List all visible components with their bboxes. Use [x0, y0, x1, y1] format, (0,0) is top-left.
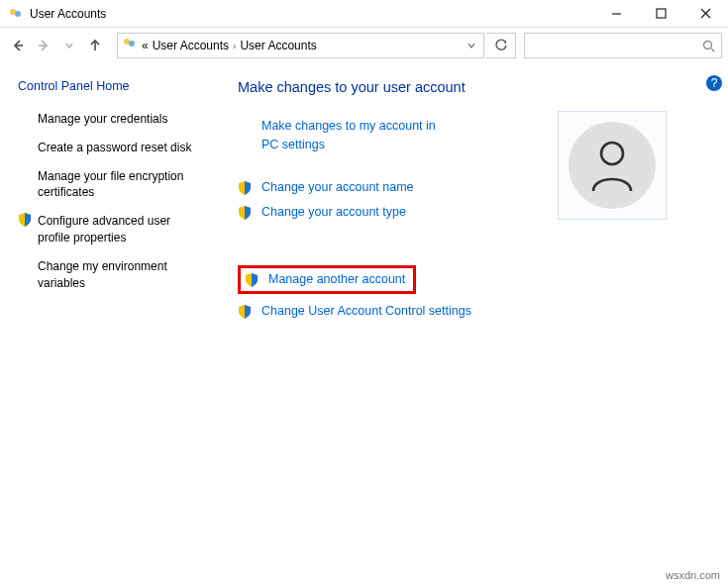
maximize-button[interactable] [639, 0, 683, 27]
svg-point-13 [601, 143, 623, 164]
watermark: wsxdn.com [666, 569, 720, 581]
main-panel: Make changes to your user account Make c… [210, 79, 716, 319]
refresh-button[interactable] [486, 33, 516, 58]
chevron-right-icon: › [233, 41, 236, 51]
shield-icon [238, 205, 252, 220]
recent-dropdown[interactable] [57, 34, 81, 57]
shield-icon [238, 304, 252, 319]
shield-icon [238, 180, 252, 195]
forward-button[interactable] [32, 34, 55, 57]
breadcrumb-1[interactable]: User Accounts [153, 39, 229, 52]
title-bar: User Accounts [0, 0, 728, 28]
address-dropdown[interactable] [464, 37, 479, 54]
breadcrumb-prefix: « [142, 39, 149, 52]
link-change-type[interactable]: Change your account type [238, 205, 406, 220]
sidebar-file-encryption[interactable]: Manage your file encryption certificates [18, 168, 194, 202]
highlight-box: Manage another account [238, 265, 416, 294]
link-label: Manage another account [268, 272, 405, 286]
user-picture-tile[interactable] [558, 111, 667, 220]
back-button[interactable] [6, 34, 30, 57]
sidebar-advanced-profile[interactable]: Configure advanced user profile properti… [18, 213, 194, 246]
sidebar-item-label: Configure advanced user profile properti… [38, 213, 194, 246]
main-heading: Make changes to your user account [238, 79, 716, 95]
search-input[interactable] [524, 33, 722, 58]
svg-point-11 [704, 41, 712, 49]
shield-icon [245, 272, 259, 287]
link-change-name[interactable]: Change your account name [238, 180, 414, 195]
sidebar-item-label: Manage your file encryption certificates [38, 168, 194, 202]
link-label: Change your account name [261, 180, 414, 194]
sidebar-item-label: Change my environment variables [38, 258, 194, 292]
breadcrumb-icon [122, 36, 138, 55]
link-uac-settings[interactable]: Change User Account Control settings [238, 304, 471, 319]
link-label: Make changes to my account in PC setting… [261, 117, 436, 154]
minimize-button[interactable] [594, 0, 639, 27]
breadcrumb-2[interactable]: User Accounts [240, 39, 316, 52]
sidebar-manage-credentials[interactable]: Manage your credentials [18, 111, 194, 128]
svg-point-10 [129, 41, 135, 47]
window-controls [594, 0, 728, 27]
svg-point-1 [15, 11, 21, 17]
sidebar: Control Panel Home Manage your credentia… [12, 79, 210, 319]
sidebar-environment-vars[interactable]: Change my environment variables [18, 258, 194, 292]
svg-rect-3 [657, 9, 666, 18]
sidebar-item-label: Manage your credentials [38, 111, 167, 128]
link-pc-settings[interactable]: Make changes to my account in PC setting… [238, 117, 436, 154]
link-manage-another-account[interactable]: Manage another account [245, 272, 405, 287]
up-button[interactable] [83, 34, 107, 57]
svg-line-12 [711, 49, 714, 51]
sidebar-password-reset-disk[interactable]: Create a password reset disk [18, 140, 194, 156]
app-icon [8, 6, 24, 22]
window-title: User Accounts [30, 7, 594, 21]
content-area: Control Panel Home Manage your credentia… [0, 63, 728, 331]
shield-icon [18, 213, 32, 227]
link-label: Change your account type [261, 205, 406, 219]
close-button[interactable] [683, 0, 728, 27]
sidebar-item-label: Create a password reset disk [38, 140, 191, 156]
link-label: Change User Account Control settings [261, 304, 471, 318]
sidebar-home-link[interactable]: Control Panel Home [18, 79, 194, 93]
command-bar: « User Accounts › User Accounts [0, 28, 728, 63]
avatar-icon [569, 122, 656, 209]
address-bar[interactable]: « User Accounts › User Accounts [117, 33, 484, 58]
